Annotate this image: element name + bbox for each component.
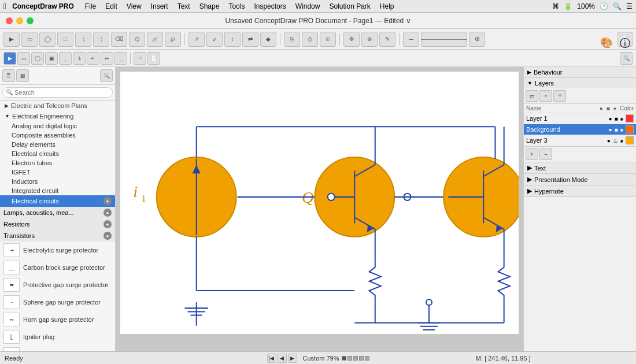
sidebar-transistors[interactable]: Transistors ●: [0, 230, 115, 242]
sidebar-item-igfet[interactable]: IGFET: [0, 168, 115, 177]
sidebar-comp-circuit-breaker[interactable]: ♿ Circuit breaker: [0, 346, 115, 351]
sidebar-item-electron[interactable]: Electron tubes: [0, 158, 115, 168]
toolbar-btn-9[interactable]: ⌭: [147, 32, 163, 47]
sidebar-grid-view[interactable]: ▦: [16, 69, 29, 82]
tool-line3[interactable]: ↵: [87, 52, 99, 65]
first-page-btn[interactable]: |◀: [267, 354, 276, 363]
sidebar-item-integrated[interactable]: Integrated circuit: [0, 186, 115, 195]
search-icon-sidebar: 🔍: [6, 89, 13, 95]
toolbar-btn-8[interactable]: ⌬: [129, 32, 145, 47]
tool-grid[interactable]: ⌔: [134, 52, 146, 65]
menu-insert[interactable]: Insert: [147, 2, 172, 11]
sidebar-item-composite[interactable]: Composite assemblies: [0, 131, 115, 140]
layers-label: Layers: [535, 80, 554, 87]
toolbar-btn-7[interactable]: ⌫: [111, 32, 127, 47]
tool-format[interactable]: 📄: [147, 52, 160, 65]
menu-file[interactable]: File: [81, 2, 100, 11]
toolbar-btn-11[interactable]: ↗: [188, 32, 205, 47]
text-panel[interactable]: ▶ Text: [524, 162, 636, 174]
toolbar-btn-1[interactable]: ▶: [3, 32, 20, 47]
circuit-svg: i 1 Q 1: [120, 72, 519, 334]
sidebar-category-electric[interactable]: ▶ Electric and Telecom Plans: [0, 101, 115, 111]
behaviour-header[interactable]: ▶ Behaviour: [524, 67, 636, 77]
tool-rounded[interactable]: ▣: [45, 52, 58, 65]
toolbar-btn-10[interactable]: ⌮: [165, 32, 181, 47]
toolbar-btn-2[interactable]: ▭: [21, 32, 38, 47]
toolbar-btn-4[interactable]: □: [57, 32, 73, 47]
toolbar-btn-zoom-in[interactable]: ————————: [421, 32, 467, 47]
sidebar-resistors[interactable]: Resistors ●: [0, 218, 115, 230]
layers-header[interactable]: ▼ Layers: [524, 78, 636, 88]
sidebar-lamps[interactable]: Lamps, acoustics, mea... ●: [0, 207, 115, 218]
remove-layer-btn[interactable]: −: [539, 148, 552, 160]
hypernote-panel[interactable]: ▶ Hypernote: [524, 185, 636, 197]
menu-text[interactable]: Text: [173, 2, 194, 11]
next-page-btn[interactable]: ▶: [288, 354, 297, 363]
sidebar-item-electrical[interactable]: Electrical circuits: [0, 149, 115, 158]
toolbar-btn-15[interactable]: ◆: [260, 32, 276, 47]
sidebar-comp-carbon[interactable]: ⎯⎯ Carbon block surge protector: [0, 259, 115, 276]
layer-tool-grid[interactable]: ⌔: [553, 90, 566, 102]
menu-solution-park[interactable]: Solution Park: [325, 2, 374, 11]
toolbar-btn-5[interactable]: 〈: [75, 32, 91, 47]
minimize-button[interactable]: [16, 17, 23, 24]
close-button[interactable]: [6, 17, 13, 24]
toolbar-btn-zoom-fit[interactable]: ⊕: [469, 32, 485, 47]
menu-inspectors[interactable]: Inspectors: [250, 2, 290, 11]
presentation-mode-panel[interactable]: ▶ Presentation Mode: [524, 174, 636, 185]
search-icon[interactable]: 🔍: [613, 2, 622, 10]
toolbar-btn-3[interactable]: ◯: [39, 32, 56, 47]
toolbar-btn-6[interactable]: 〉: [93, 32, 109, 47]
menu-view[interactable]: View: [123, 2, 146, 11]
toolbar-btn-12[interactable]: ↙: [206, 32, 223, 47]
toolbar-btn-18[interactable]: ⎚: [320, 32, 336, 47]
menu-shape[interactable]: Shape: [195, 2, 224, 11]
maximize-button[interactable]: [27, 17, 34, 24]
layer-row-1[interactable]: Layer 1 ● ■ ♠: [524, 113, 636, 124]
sidebar-item-inductors[interactable]: Inductors: [0, 177, 115, 186]
layer-row-background[interactable]: Background ● ■ ♠: [524, 124, 636, 135]
sidebar-comp-igniter[interactable]: ⎣ Igniter plug: [0, 328, 115, 346]
tool-select[interactable]: ▶: [3, 52, 16, 65]
toolbar-btn-13[interactable]: ↕: [224, 32, 241, 47]
sidebar-comp-protective[interactable]: ⇆ Protective gap surge protector: [0, 276, 115, 294]
apple-menu[interactable]: : [3, 2, 6, 11]
sidebar-search-btn[interactable]: 🔍: [100, 69, 113, 82]
sidebar-comp-sphere[interactable]: → Sphere gap surge protector: [0, 294, 115, 311]
menu-help[interactable]: Help: [376, 2, 398, 11]
sidebar-list-view[interactable]: ≣: [2, 69, 15, 82]
prev-page-btn[interactable]: ◀: [278, 354, 287, 363]
toolbar-btn-17[interactable]: ⎙: [302, 32, 318, 47]
tool-rect[interactable]: ▭: [17, 52, 30, 65]
toolbar-btn-zoom-out[interactable]: −: [403, 32, 419, 47]
tool-line1[interactable]: ⎯: [59, 52, 72, 65]
menu-edit[interactable]: Edit: [101, 2, 121, 11]
search-tool-btn[interactable]: 🔍: [620, 52, 633, 65]
menu-window[interactable]: Window: [291, 2, 324, 11]
tool-line2[interactable]: ↴: [73, 52, 86, 65]
menu-icon[interactable]: ☰: [626, 2, 633, 10]
sidebar-item-delay[interactable]: Delay elements: [0, 140, 115, 149]
tool-line4[interactable]: ↭: [101, 52, 113, 65]
sidebar-comp-electrolytic[interactable]: ⇥ Electrolytic surge protector: [0, 242, 115, 259]
canvas[interactable]: i 1 Q 1: [120, 72, 519, 334]
layer-tool-duplicate[interactable]: ▫: [539, 90, 552, 102]
toolbar-btn-14[interactable]: ⇄: [242, 32, 258, 47]
tool-line5[interactable]: ⎯: [114, 52, 127, 65]
sidebar-category-electrical-eng[interactable]: ▼ Electrical Engineering: [0, 111, 115, 121]
toolbar-btn-20[interactable]: ⊕: [361, 32, 378, 47]
toolbar-btn-21[interactable]: ✎: [379, 32, 395, 47]
menu-tools[interactable]: Tools: [224, 2, 249, 11]
layer-tool-page[interactable]: ▭: [526, 90, 538, 102]
add-layer-btn[interactable]: +: [526, 148, 538, 160]
toolbar-btn-16[interactable]: ⎘: [284, 32, 300, 47]
page-dot-5: [365, 356, 369, 361]
sidebar-active-electrical-circuits[interactable]: Electrical circuits ●: [0, 195, 115, 207]
toolbar-btn-19[interactable]: ✥: [343, 32, 360, 47]
sidebar-comp-horn[interactable]: ↭ Horn gap surge protector: [0, 311, 115, 328]
layer-row-3[interactable]: Layer 3 ● ♨ ♠: [524, 135, 636, 146]
search-input[interactable]: [2, 87, 113, 98]
tool-ellipse[interactable]: ◯: [31, 52, 44, 65]
sidebar-item-analog[interactable]: Analog and digital logic: [0, 121, 115, 131]
canvas-area: i 1 Q 1: [116, 67, 523, 351]
